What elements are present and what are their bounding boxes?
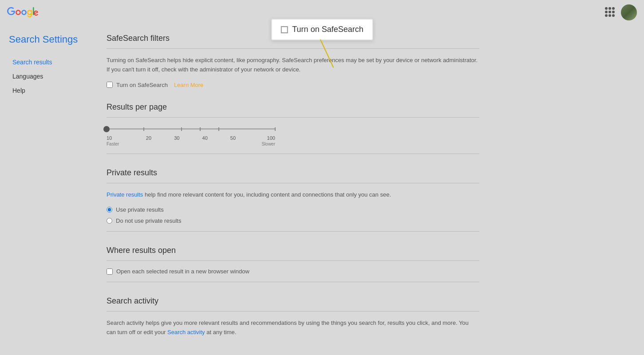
tooltip-checkbox[interactable]	[281, 26, 288, 33]
results-per-page-divider	[107, 117, 479, 118]
private-results-description: Private results help find more relevant …	[107, 190, 479, 200]
no-private-radio[interactable]	[107, 218, 112, 224]
sidebar-item-languages[interactable]: Languages	[9, 70, 89, 83]
tooltip-label: Turn on SafeSearch	[292, 25, 363, 34]
sidebar-item-help[interactable]: Help	[9, 84, 89, 97]
search-activity-desc-prefix: Search activity helps give you more rele…	[107, 320, 469, 335]
safesearch-section: SafeSearch filters Turning on SafeSearch…	[107, 34, 479, 88]
slider-num-20: 20	[134, 135, 162, 141]
results-per-page-title: Results per page	[107, 103, 479, 112]
page-title: Search Settings	[9, 34, 89, 45]
slider-thumb[interactable]	[103, 126, 110, 132]
search-activity-title: Search activity	[107, 296, 479, 306]
safesearch-divider	[107, 48, 479, 49]
apps-icon[interactable]	[605, 7, 616, 18]
where-results-checkbox-row: Open each selected result in a new brows…	[107, 268, 479, 275]
where-results-title: Where results open	[107, 246, 479, 255]
slider-num-30: 30	[163, 135, 191, 141]
where-results-section: Where results open Open each selected re…	[107, 246, 479, 282]
private-results-radio-group: Use private results Do not use private r…	[107, 206, 479, 224]
private-results-section: Private results Private results help fin…	[107, 168, 479, 232]
slider-tick-40	[200, 127, 201, 131]
search-activity-desc-suffix: at any time.	[205, 329, 237, 335]
slider-tick-20	[143, 127, 144, 131]
safesearch-checkbox-label[interactable]: Turn on SafeSearch	[116, 82, 168, 88]
slider-line	[107, 128, 275, 130]
results-per-page-bottom-divider	[107, 154, 479, 154]
slider-tick-50	[218, 127, 219, 131]
slider-tick-30	[181, 127, 182, 131]
safesearch-checkbox[interactable]	[107, 82, 113, 88]
private-results-title: Private results	[107, 168, 479, 178]
results-per-page-section: Results per page	[107, 103, 479, 154]
slider-num-40: 40	[191, 135, 219, 141]
use-private-label[interactable]: Use private results	[116, 206, 164, 213]
private-results-desc-suffix: help find more relevant content for you,…	[143, 191, 391, 198]
sidebar: Search Settings Search results Languages…	[0, 25, 98, 355]
slider-track	[107, 125, 275, 134]
search-activity-section: Search activity Search activity helps gi…	[107, 296, 479, 337]
private-results-link[interactable]: Private results	[107, 191, 143, 198]
search-activity-link[interactable]: Search activity	[167, 329, 205, 335]
no-private-label[interactable]: Do not use private results	[116, 217, 181, 224]
sidebar-nav: Search results Languages Help	[9, 56, 89, 97]
tooltip-box: Turn on SafeSearch	[271, 19, 373, 40]
private-results-bottom-divider	[107, 231, 479, 232]
slider-faster-label: Faster	[107, 142, 119, 146]
main-content: SafeSearch filters Turning on SafeSearch…	[98, 25, 497, 355]
slider-desc-row: Faster Slower	[107, 142, 275, 146]
header-right	[605, 4, 637, 20]
slider-num-50: 50	[219, 135, 247, 141]
slider-tick-100	[275, 127, 276, 131]
results-slider-container: 10 20 30 40 50 100 Faster Slower	[107, 125, 479, 146]
safesearch-tooltip: Turn on SafeSearch	[271, 19, 373, 40]
private-results-divider	[107, 183, 479, 183]
google-logo-image	[7, 7, 40, 18]
slider-numbers-row: 10 20 30 40 50 100	[107, 135, 275, 141]
where-results-bottom-divider	[107, 282, 479, 282]
slider-num-10: 10	[107, 135, 134, 141]
use-private-row: Use private results	[107, 206, 479, 213]
safesearch-description: Turning on SafeSearch helps hide explici…	[107, 56, 479, 75]
where-results-divider	[107, 260, 479, 261]
avatar[interactable]	[621, 4, 637, 20]
safesearch-checkbox-row: Turn on SafeSearch Learn More	[107, 82, 479, 88]
learn-more-link[interactable]: Learn More	[174, 82, 203, 88]
main-wrapper: Search Settings Search results Languages…	[0, 25, 644, 355]
search-activity-divider	[107, 311, 479, 312]
search-activity-description: Search activity helps give you more rele…	[107, 319, 479, 337]
new-window-label[interactable]: Open each selected result in a new brows…	[116, 268, 249, 275]
google-logo	[7, 7, 40, 18]
new-window-checkbox[interactable]	[107, 268, 113, 275]
slider-slower-label: Slower	[261, 142, 275, 146]
no-private-row: Do not use private results	[107, 217, 479, 224]
sidebar-item-search-results[interactable]: Search results	[9, 56, 89, 68]
slider-num-100: 100	[247, 135, 275, 141]
use-private-radio[interactable]	[107, 207, 112, 213]
